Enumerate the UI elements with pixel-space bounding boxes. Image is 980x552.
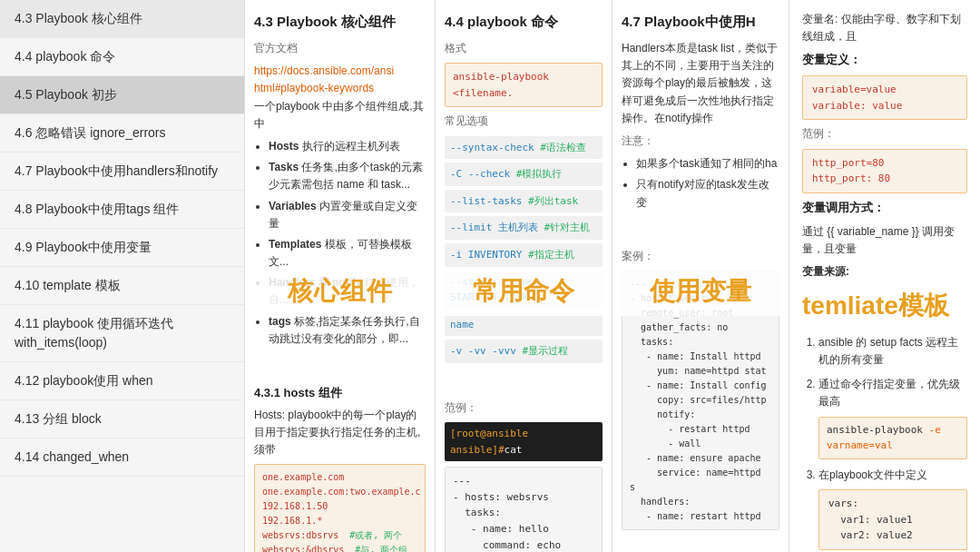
sidebar-item-label: 4.7 Playbook中使用handlers和notify bbox=[15, 163, 218, 178]
panel2-option-3: --list-tasks #列出task bbox=[445, 190, 603, 213]
list-item: tags 标签,指定某条任务执行,自动跳过没有变化的部分，即... bbox=[269, 313, 426, 348]
sidebar-item-4-3[interactable]: 4.3 Playbook 核心组件 bbox=[0, 0, 244, 38]
panel1-hosts-example: one.example.com one.example.com:two.exam… bbox=[254, 464, 426, 552]
sidebar-item-4-11[interactable]: 4.11 playbook 使用循环迭代 with_items(loop) bbox=[0, 305, 244, 362]
list-item: 只有notify对应的task发生改变 bbox=[636, 176, 779, 211]
sidebar-item-4-10[interactable]: 4.10 template 模板 bbox=[0, 267, 244, 305]
panel1-official-label: 官方文档 bbox=[254, 40, 426, 57]
panel2-shell-1: [root@ansible ansible]#cat bbox=[445, 422, 603, 461]
panel3-title: 4.7 Playbook中使用H bbox=[622, 11, 779, 33]
panel2-option-5: -i INVENTORY #指定主机 bbox=[445, 243, 603, 267]
sidebar-item-label: 4.13 分组 block bbox=[15, 411, 102, 426]
sidebar-item-4-13[interactable]: 4.13 分组 block bbox=[0, 400, 244, 439]
panel1-items-list: Hosts 执行的远程主机列表 Tasks 任务集,由多个task的元素少元素需… bbox=[254, 138, 426, 348]
sidebar-item-4-8[interactable]: 4.8 Playbook中使用tags 组件 bbox=[0, 191, 244, 229]
example-code: http_port=80 http_port: 80 bbox=[802, 149, 967, 193]
panel3-big-label: 使用变量 bbox=[612, 268, 789, 316]
panel3-note-label: 注意： bbox=[622, 133, 779, 150]
panel1-big-label: 核心组件 bbox=[245, 268, 435, 316]
panel2-format-label: 格式 bbox=[445, 40, 603, 57]
panel-4-3: 4.3 Playbook 核心组件 官方文档 https://docs.ansi… bbox=[245, 0, 436, 552]
main-content: 4.3 Playbook 核心组件 官方文档 https://docs.ansi… bbox=[245, 0, 980, 552]
sidebar-item-label: 4.8 Playbook中使用tags 组件 bbox=[15, 202, 179, 216]
sidebar-item-4-6[interactable]: 4.6 忽略错误 ignore_errors bbox=[0, 114, 244, 153]
sidebar-item-4-4[interactable]: 4.4 playbook 命令 bbox=[0, 38, 244, 76]
list-item: Variables 内置变量或自定义变量 bbox=[269, 198, 426, 232]
panel1-title: 4.3 Playbook 核心组件 bbox=[254, 11, 426, 33]
list-item: Templates 模板，可替换模板文... bbox=[269, 236, 426, 271]
panel2-big-label: 常用命令 bbox=[436, 268, 612, 316]
var-def-label: 变量定义： bbox=[802, 51, 967, 70]
right-panel: 变量名: 仅能由字母、数字和下划线组成，且 变量定义： variable=val… bbox=[789, 0, 980, 552]
panel2-yaml-example: --- - hosts: websrvs tasks: - name: hell… bbox=[445, 467, 603, 552]
list-item: Tasks 任务集,由多个task的元素少元素需包括 name 和 task..… bbox=[269, 159, 426, 193]
sidebar-item-label: 4.10 template 模板 bbox=[15, 278, 121, 292]
sidebar-item-4-7[interactable]: 4.7 Playbook中使用handlers和notify bbox=[0, 153, 244, 191]
panel2-options-label: 常见选项 bbox=[445, 113, 603, 130]
source-label: 变量来源: bbox=[802, 263, 967, 281]
yaml-3: vars: var1: value1 var2: value2 bbox=[818, 489, 967, 550]
numbered-list: ansible 的 setup facts 远程主机的所有变量 通过命令行指定变… bbox=[802, 334, 967, 552]
list-item: Hosts 执行的远程主机列表 bbox=[269, 138, 426, 155]
panel1-sub-title: 4.3.1 hosts 组件 bbox=[254, 384, 426, 403]
panel1-hosts-desc: Hosts: playbook中的每一个play的目用于指定要执行指定任务的主机… bbox=[254, 407, 426, 459]
panel2-option-name: name bbox=[445, 313, 603, 337]
sidebar-item-label: 4.5 Playbook 初步 bbox=[15, 87, 117, 102]
sidebar-item-label: 4.11 playbook 使用循环迭代 with_items(loop) bbox=[15, 316, 173, 350]
list-item: 如果多个task通知了相同的ha bbox=[636, 155, 779, 172]
cmd-2: ansible-playbook -e varname=val bbox=[818, 417, 967, 459]
sidebar-item-label: 4.12 playbook使用 when bbox=[15, 373, 153, 388]
panel-4-7: 4.7 Playbook中使用H Handlers本质是task list，类似… bbox=[612, 0, 789, 552]
panel-4-4: 4.4 playbook 命令 格式 ansible-playbook <fil… bbox=[436, 0, 612, 552]
right-panel-big-label: temliate模板 bbox=[802, 286, 967, 327]
sidebar-item-4-5[interactable]: 4.5 Playbook 初步 bbox=[0, 76, 244, 114]
panel2-option-1: --syntax-check #语法检查 bbox=[445, 136, 603, 160]
sidebar-item-label: 4.6 忽略错误 ignore_errors bbox=[15, 125, 166, 140]
panel2-option-2: -C --check #模拟执行 bbox=[445, 163, 603, 186]
panel1-link2[interactable]: html#playbook-keywords bbox=[254, 80, 426, 97]
sidebar-item-label: 4.4 playbook 命令 bbox=[15, 49, 115, 64]
sidebar-item-4-14[interactable]: 4.14 changed_when bbox=[0, 439, 244, 477]
sidebar-item-label: 4.3 Playbook 核心组件 bbox=[15, 11, 142, 25]
panel3-case-label: 案例： bbox=[622, 248, 779, 265]
example-label: 范例： bbox=[802, 125, 967, 143]
list-item-2: 通过命令行指定变量，优先级最高 ansible-playbook -e varn… bbox=[818, 376, 967, 459]
sidebar-item-label: 4.14 changed_when bbox=[15, 449, 129, 464]
panel2-option-7: -v -vv -vvv #显示过程 bbox=[445, 340, 603, 363]
panel2-title: 4.4 playbook 命令 bbox=[445, 11, 603, 33]
call-label: 变量调用方式： bbox=[802, 199, 967, 218]
sidebar: 4.3 Playbook 核心组件 4.4 playbook 命令 4.5 Pl… bbox=[0, 0, 245, 552]
var-code: variable=value variable: value bbox=[802, 75, 967, 120]
panel3-desc: Handlers本质是task list，类似于其上的不同，主要用于当关注的资源… bbox=[622, 40, 779, 127]
panel2-format-code: ansible-playbook <filename. bbox=[445, 63, 603, 107]
sidebar-item-4-9[interactable]: 4.9 Playbook中使用变量 bbox=[0, 229, 244, 267]
panel3-bullets: 如果多个task通知了相同的ha 只有notify对应的task发生改变 bbox=[622, 155, 779, 212]
panel2-case-label: 范例： bbox=[445, 399, 603, 417]
list-item-1: ansible 的 setup facts 远程主机的所有变量 bbox=[818, 334, 967, 369]
panel1-intro: 一个playbook 中由多个组件组成,其中 bbox=[254, 98, 426, 133]
sidebar-item-4-12[interactable]: 4.12 playbook使用 when bbox=[0, 362, 244, 400]
panel2-option-4: --limit 主机列表 #针对主机 bbox=[445, 216, 603, 240]
panel1-link1[interactable]: https://docs.ansible.com/ansi bbox=[254, 63, 426, 80]
var-name-label: 变量名: 仅能由字母、数字和下划线组成，且 bbox=[802, 11, 967, 45]
sidebar-item-label: 4.9 Playbook中使用变量 bbox=[15, 240, 152, 254]
call-desc: 通过 {{ variable_name }} 调用变量，且变量 bbox=[802, 223, 967, 258]
list-item-3: 在playbook文件中定义 vars: var1: value1 var2: … bbox=[818, 467, 967, 550]
